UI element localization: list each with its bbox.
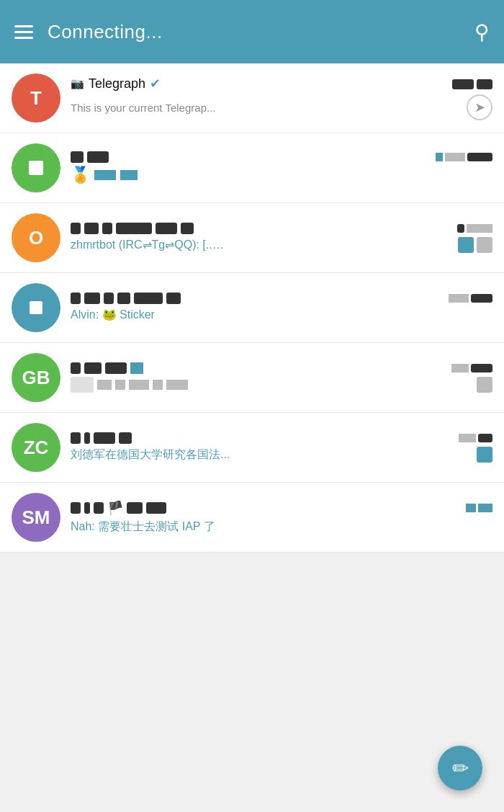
avatar-orange: O [12,213,60,262]
menu-button[interactable] [14,25,33,39]
chat-list: T 📷 Telegraph ✔ This is your current Tel… [0,63,504,553]
avatar-gb: GB [12,353,60,402]
count-icon-orange [477,237,492,253]
chat-name-telegram: Telegraph [89,76,145,92]
chat-content-gb [71,362,492,393]
verified-icon: ✔ [150,76,161,92]
chat-right-blue [449,294,492,303]
chat-right-sm [466,504,492,512]
chat-content-sm: 🏴 Nah: 需要壮士去测试 IAP 了 [71,500,492,535]
chat-preview-sm: Nah: 需要壮士去测试 IAP 了 [71,519,215,535]
chat-preview-telegram: This is your current Telegrap... [71,100,215,115]
chat-item-blue[interactable]: Alvin: 🐸 Sticker [0,273,504,343]
chat-content-orange: zhmrtbot (IRC⇌Tg⇌QQ): [..… [71,223,492,253]
avatar-square-blue [30,301,42,314]
avatar-sm: SM [12,493,60,542]
avatar-telegram: T [12,73,60,122]
chat-item-zc[interactable]: ZC 刘德军在德国大学研究各国法... [0,413,504,483]
chat-preview-orange: zhmrtbot (IRC⇌Tg⇌QQ): [..… [71,237,224,253]
avatar-square-green [29,161,43,175]
chat-preview-zc: 刘德军在德国大学研究各国法... [71,447,230,463]
status-icon-orange [458,237,474,253]
avatar-blue [12,283,60,332]
chat-time-telegram [452,78,492,89]
chat-content-zc: 刘德军在德国大学研究各国法... [71,432,492,463]
chat-right-orange [457,224,492,233]
avatar-zc: ZC [12,423,60,472]
chat-preview-blue: Alvin: 🐸 Sticker [71,307,155,323]
chat-item-telegram[interactable]: T 📷 Telegraph ✔ This is your current Tel… [0,63,504,133]
compose-icon: ✏ [452,757,469,780]
chat-right-gb [451,364,492,372]
chat-content-telegram: 📷 Telegraph ✔ This is your current Teleg… [71,76,492,120]
chat-right-zc [459,434,492,442]
search-button[interactable]: ⚲ [474,20,490,44]
unread-badge-gb [477,377,492,393]
chat-content-green: 🏅 [71,151,492,184]
avatar-green [12,143,60,192]
chat-item-orange[interactable]: O zhmrtbot [0,203,504,273]
app-header: Connecting... ⚲ [0,0,504,63]
camera-mic-icon: 📷 [71,77,84,90]
header-title: Connecting... [48,21,460,43]
chat-content-blue: Alvin: 🐸 Sticker [71,293,492,323]
chat-item-sm[interactable]: SM 🏴 Nah: 需 [0,483,504,553]
chat-right-telegram [446,78,492,89]
compose-fab[interactable]: ✏ [438,746,482,790]
chat-item-green[interactable]: 🏅 [0,133,504,203]
chat-right-green [436,153,492,161]
unread-badge-zc [477,447,492,463]
chat-item-gb[interactable]: GB [0,343,504,413]
forward-button-telegram[interactable]: ➤ [467,94,492,120]
